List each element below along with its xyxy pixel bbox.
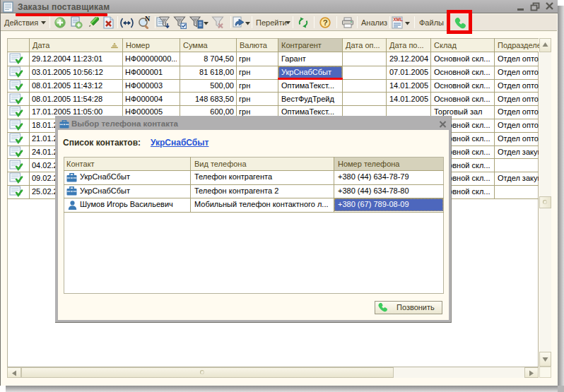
svg-text:?: ? bbox=[323, 18, 328, 27]
svg-text:XML: XML bbox=[393, 17, 403, 22]
svg-text:N: N bbox=[145, 16, 151, 23]
